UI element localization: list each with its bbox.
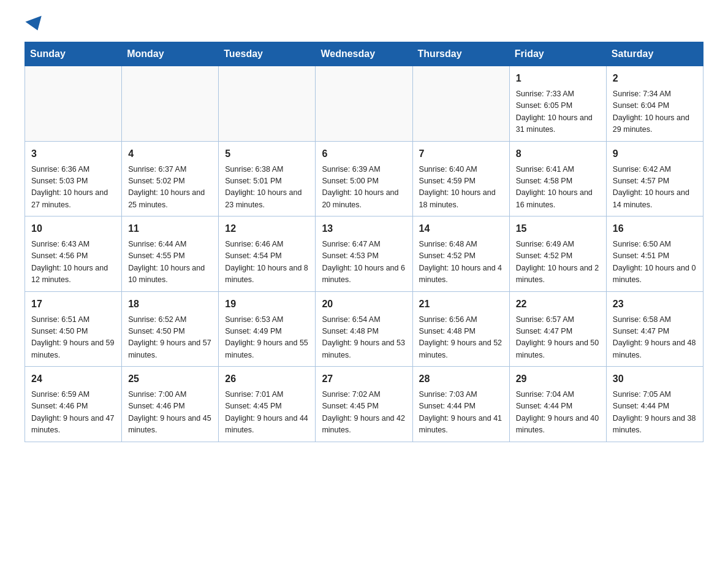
day-number: 10 (31, 221, 115, 236)
day-number: 16 (613, 221, 697, 236)
day-number: 22 (516, 297, 600, 312)
calendar-cell (219, 66, 316, 142)
calendar-cell: 14Sunrise: 6:48 AMSunset: 4:52 PMDayligh… (412, 216, 509, 292)
day-info: Sunrise: 6:51 AMSunset: 4:50 PMDaylight:… (31, 314, 115, 362)
day-info: Sunrise: 6:42 AMSunset: 4:57 PMDaylight:… (613, 164, 697, 212)
day-number: 23 (613, 297, 697, 312)
day-number: 5 (225, 147, 309, 161)
header-saturday: Saturday (606, 42, 703, 66)
calendar-cell: 6Sunrise: 6:39 AMSunset: 5:00 PMDaylight… (316, 141, 412, 216)
day-number: 11 (128, 221, 212, 236)
day-number: 8 (516, 147, 600, 161)
header-friday: Friday (509, 42, 606, 66)
day-info: Sunrise: 7:01 AMSunset: 4:45 PMDaylight:… (225, 389, 309, 437)
calendar-cell: 8Sunrise: 6:41 AMSunset: 4:58 PMDaylight… (509, 141, 606, 216)
calendar-cell: 2Sunrise: 7:34 AMSunset: 6:04 PMDaylight… (606, 66, 703, 142)
calendar-cell: 27Sunrise: 7:02 AMSunset: 4:45 PMDayligh… (316, 367, 412, 442)
week-row-2: 3Sunrise: 6:36 AMSunset: 5:03 PMDaylight… (25, 141, 703, 216)
calendar-cell: 17Sunrise: 6:51 AMSunset: 4:50 PMDayligh… (25, 291, 122, 367)
day-number: 19 (225, 297, 309, 312)
logo (25, 18, 44, 29)
header-sunday: Sunday (25, 42, 122, 66)
day-info: Sunrise: 6:36 AMSunset: 5:03 PMDaylight:… (31, 164, 115, 212)
calendar-cell: 24Sunrise: 6:59 AMSunset: 4:46 PMDayligh… (25, 367, 122, 442)
day-info: Sunrise: 6:44 AMSunset: 4:55 PMDaylight:… (128, 239, 212, 286)
calendar-cell: 7Sunrise: 6:40 AMSunset: 4:59 PMDaylight… (412, 141, 509, 216)
day-number: 20 (322, 297, 406, 312)
day-info: Sunrise: 6:46 AMSunset: 4:54 PMDaylight:… (225, 239, 309, 286)
calendar-cell: 13Sunrise: 6:47 AMSunset: 4:53 PMDayligh… (316, 216, 412, 292)
day-number: 2 (613, 71, 697, 86)
day-number: 14 (419, 221, 503, 236)
day-info: Sunrise: 6:37 AMSunset: 5:02 PMDaylight:… (128, 164, 212, 212)
calendar-cell: 28Sunrise: 7:03 AMSunset: 4:44 PMDayligh… (412, 367, 509, 442)
day-info: Sunrise: 6:41 AMSunset: 4:58 PMDaylight:… (516, 164, 600, 212)
calendar-cell: 22Sunrise: 6:57 AMSunset: 4:47 PMDayligh… (509, 291, 606, 367)
header (25, 18, 703, 29)
day-number: 18 (128, 297, 212, 312)
calendar-cell: 20Sunrise: 6:54 AMSunset: 4:48 PMDayligh… (316, 291, 412, 367)
day-info: Sunrise: 6:53 AMSunset: 4:49 PMDaylight:… (225, 314, 309, 362)
calendar-cell (25, 66, 122, 142)
day-info: Sunrise: 6:38 AMSunset: 5:01 PMDaylight:… (225, 164, 309, 212)
day-number: 12 (225, 221, 309, 236)
calendar-cell: 30Sunrise: 7:05 AMSunset: 4:44 PMDayligh… (606, 367, 703, 442)
calendar-table: Sunday Monday Tuesday Wednesday Thursday… (25, 42, 703, 442)
day-info: Sunrise: 7:02 AMSunset: 4:45 PMDaylight:… (322, 389, 406, 437)
calendar-cell: 25Sunrise: 7:00 AMSunset: 4:46 PMDayligh… (122, 367, 219, 442)
day-number: 4 (128, 147, 212, 161)
day-info: Sunrise: 7:34 AMSunset: 6:04 PMDaylight:… (613, 88, 697, 136)
day-number: 29 (516, 372, 600, 386)
calendar-cell: 11Sunrise: 6:44 AMSunset: 4:55 PMDayligh… (122, 216, 219, 292)
day-info: Sunrise: 6:40 AMSunset: 4:59 PMDaylight:… (419, 164, 503, 212)
calendar-cell: 19Sunrise: 6:53 AMSunset: 4:49 PMDayligh… (219, 291, 316, 367)
day-number: 30 (613, 372, 697, 386)
calendar-cell (316, 66, 412, 142)
calendar-cell: 10Sunrise: 6:43 AMSunset: 4:56 PMDayligh… (25, 216, 122, 292)
day-info: Sunrise: 7:33 AMSunset: 6:05 PMDaylight:… (516, 88, 600, 136)
day-number: 1 (516, 71, 600, 86)
header-wednesday: Wednesday (316, 42, 412, 66)
day-info: Sunrise: 6:59 AMSunset: 4:46 PMDaylight:… (31, 389, 115, 437)
day-number: 6 (322, 147, 406, 161)
day-number: 28 (419, 372, 503, 386)
week-row-5: 24Sunrise: 6:59 AMSunset: 4:46 PMDayligh… (25, 367, 703, 442)
day-info: Sunrise: 6:50 AMSunset: 4:51 PMDaylight:… (613, 239, 697, 286)
header-thursday: Thursday (412, 42, 509, 66)
day-number: 13 (322, 221, 406, 236)
header-monday: Monday (122, 42, 219, 66)
calendar-cell: 26Sunrise: 7:01 AMSunset: 4:45 PMDayligh… (219, 367, 316, 442)
day-number: 17 (31, 297, 115, 312)
day-info: Sunrise: 6:39 AMSunset: 5:00 PMDaylight:… (322, 164, 406, 212)
day-info: Sunrise: 7:04 AMSunset: 4:44 PMDaylight:… (516, 389, 600, 437)
day-info: Sunrise: 6:49 AMSunset: 4:52 PMDaylight:… (516, 239, 600, 286)
day-info: Sunrise: 7:03 AMSunset: 4:44 PMDaylight:… (419, 389, 503, 437)
calendar-cell: 21Sunrise: 6:56 AMSunset: 4:48 PMDayligh… (412, 291, 509, 367)
logo-triangle-icon (25, 16, 45, 33)
logo-text (25, 18, 44, 32)
calendar-cell: 15Sunrise: 6:49 AMSunset: 4:52 PMDayligh… (509, 216, 606, 292)
calendar-cell: 29Sunrise: 7:04 AMSunset: 4:44 PMDayligh… (509, 367, 606, 442)
day-number: 7 (419, 147, 503, 161)
calendar-cell: 1Sunrise: 7:33 AMSunset: 6:05 PMDaylight… (509, 66, 606, 142)
calendar-cell (412, 66, 509, 142)
calendar-cell: 5Sunrise: 6:38 AMSunset: 5:01 PMDaylight… (219, 141, 316, 216)
day-info: Sunrise: 6:47 AMSunset: 4:53 PMDaylight:… (322, 239, 406, 286)
day-number: 9 (613, 147, 697, 161)
week-row-1: 1Sunrise: 7:33 AMSunset: 6:05 PMDaylight… (25, 66, 703, 142)
day-number: 24 (31, 372, 115, 386)
day-number: 26 (225, 372, 309, 386)
day-info: Sunrise: 6:54 AMSunset: 4:48 PMDaylight:… (322, 314, 406, 362)
calendar-cell: 9Sunrise: 6:42 AMSunset: 4:57 PMDaylight… (606, 141, 703, 216)
day-number: 27 (322, 372, 406, 386)
calendar-cell: 23Sunrise: 6:58 AMSunset: 4:47 PMDayligh… (606, 291, 703, 367)
calendar-cell: 4Sunrise: 6:37 AMSunset: 5:02 PMDaylight… (122, 141, 219, 216)
day-info: Sunrise: 6:48 AMSunset: 4:52 PMDaylight:… (419, 239, 503, 286)
day-info: Sunrise: 6:56 AMSunset: 4:48 PMDaylight:… (419, 314, 503, 362)
week-row-3: 10Sunrise: 6:43 AMSunset: 4:56 PMDayligh… (25, 216, 703, 292)
calendar-cell: 18Sunrise: 6:52 AMSunset: 4:50 PMDayligh… (122, 291, 219, 367)
day-info: Sunrise: 6:43 AMSunset: 4:56 PMDaylight:… (31, 239, 115, 286)
day-info: Sunrise: 6:58 AMSunset: 4:47 PMDaylight:… (613, 314, 697, 362)
calendar-cell: 16Sunrise: 6:50 AMSunset: 4:51 PMDayligh… (606, 216, 703, 292)
week-row-4: 17Sunrise: 6:51 AMSunset: 4:50 PMDayligh… (25, 291, 703, 367)
